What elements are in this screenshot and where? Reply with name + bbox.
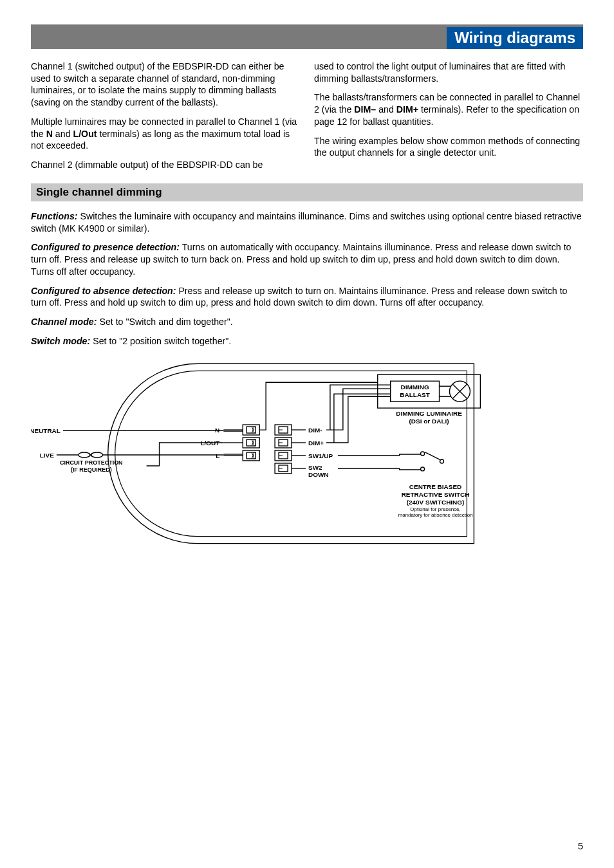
- section-body: Functions: Switches the luminaire with o…: [31, 210, 583, 347]
- terminal-dim-plus: DIM+: [308, 440, 324, 447]
- svg-point-26: [91, 452, 103, 457]
- label-dimming-ballast-1: DIMMING: [400, 384, 429, 391]
- label-switch-2: RETRACTIVE SWITCH: [402, 491, 470, 498]
- intro-right-p1: used to control the light output of lumi…: [314, 60, 583, 84]
- header-bar: Wiring diagrams: [31, 24, 583, 49]
- intro-left-p2: Multiple luminaires may be connected in …: [31, 116, 300, 152]
- terminal-l: L: [216, 452, 219, 459]
- terminal-dim-minus: DIM-: [308, 427, 322, 434]
- intro-left-p3: Channel 2 (dimmable output) of the EBDSP…: [31, 159, 300, 171]
- svg-point-25: [79, 452, 90, 457]
- para-switch-mode: Switch mode: Set to "2 position switch t…: [31, 335, 583, 347]
- intro-columns: Channel 1 (switched output) of the EBDSP…: [31, 60, 583, 178]
- para-functions: Functions: Switches the luminaire with o…: [31, 210, 583, 234]
- label-circuit-protection-1: CIRCUIT PROTECTION: [60, 459, 123, 466]
- label-dimming-ballast-2: BALLAST: [400, 392, 430, 399]
- terminal-sw2b: DOWN: [308, 471, 329, 478]
- label-live: LIVE: [40, 452, 55, 459]
- page-title: Wiring diagrams: [447, 27, 583, 49]
- para-absence: Configured to absence detection: Press a…: [31, 285, 583, 309]
- terminal-sw2a: SW2: [308, 464, 322, 471]
- para-channel-mode: Channel mode: Set to "Switch and dim tog…: [31, 316, 583, 328]
- intro-left: Channel 1 (switched output) of the EBDSP…: [31, 60, 300, 178]
- intro-left-p1: Channel 1 (switched output) of the EBDSP…: [31, 60, 300, 109]
- wiring-diagram-svg: N L/OUT L DIM- DIM+: [31, 354, 583, 547]
- svg-point-37: [421, 452, 425, 456]
- label-switch-5: mandatory for absence detection: [398, 512, 473, 518]
- label-switch-4: Optional for presence,: [410, 506, 460, 512]
- section-heading: Single channel dimming: [31, 183, 583, 201]
- para-presence: Configured to presence detection: Turns …: [31, 241, 583, 277]
- label-switch-3: (240V SWITCHING): [407, 499, 465, 506]
- label-circuit-protection-2: (IF REQUIRED): [71, 466, 112, 473]
- label-switch-1: CENTRE BIASED: [409, 483, 461, 490]
- wiring-diagram: N L/OUT L DIM- DIM+: [31, 354, 583, 547]
- label-dimming-luminaire-2: (DSI or DALI): [409, 418, 449, 425]
- svg-line-40: [425, 452, 441, 460]
- label-neutral: NEUTRAL: [31, 428, 60, 435]
- terminal-sw1: SW1/UP: [308, 452, 333, 459]
- intro-right-p3: The wiring examples below show common me…: [314, 135, 583, 159]
- intro-right: used to control the light output of lumi…: [314, 60, 583, 178]
- svg-point-38: [421, 467, 425, 471]
- label-dimming-luminaire-1: DIMMING LUMINAIRE: [396, 411, 462, 418]
- intro-right-p2: The ballasts/transformers can be connect…: [314, 91, 583, 127]
- page-number: 5: [578, 840, 583, 851]
